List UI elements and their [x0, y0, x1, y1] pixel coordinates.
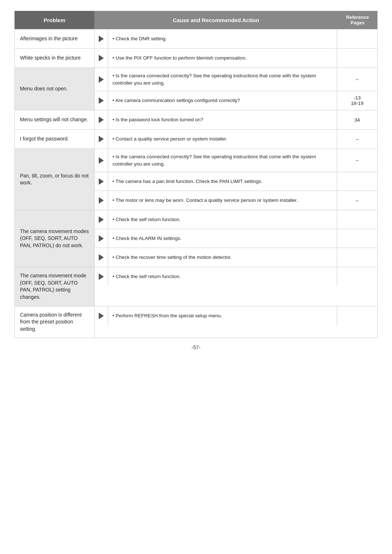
cause-group: • Perform REFRESH from the special setup… — [95, 306, 377, 338]
cause-cell: • Is the camera connected correctly? See… — [108, 68, 337, 91]
ref-header: Reference Pages — [338, 11, 377, 29]
problem-cell: Pan, tilt, zoom, or focus do not work. — [15, 149, 95, 210]
cause-cell: • Is the camera connected correctly? See… — [108, 149, 337, 172]
cause-row: • Perform REFRESH from the special setup… — [95, 306, 377, 325]
ref-cell: – — [337, 149, 377, 172]
problem-cell: Menu settings will not change. — [15, 110, 95, 129]
arrow-icon — [95, 149, 108, 172]
problem-cell: White specks in the picture — [15, 49, 95, 68]
cause-cell: • Check the recover time setting of the … — [108, 248, 337, 267]
cause-cell: • Check the self return function. — [108, 267, 337, 286]
ref-cell: – — [337, 130, 377, 148]
cause-cell: • Perform REFRESH from the special setup… — [108, 306, 337, 325]
table-row: Menu settings will not change.• Is the p… — [15, 110, 377, 129]
cause-header: Cause and Recommended Action — [94, 11, 338, 29]
ref-cell — [337, 29, 377, 48]
ref-cell — [337, 267, 377, 286]
ref-cell — [337, 49, 377, 68]
cause-row: • The motor or lens may be worn. Contact… — [95, 191, 377, 210]
ref-cell — [337, 248, 377, 267]
cause-row: • Check the DNR setting. — [95, 29, 377, 48]
cause-group: • Check the DNR setting. — [95, 29, 377, 48]
cause-group: • Is the camera connected correctly? See… — [95, 68, 377, 110]
table-body: Afterimages in the picture• Check the DN… — [15, 29, 377, 338]
table-row: The camera movement mode (OFF, SEQ, SORT… — [15, 267, 377, 306]
arrow-icon — [95, 267, 108, 286]
cause-cell: • Contact a quality service person or sy… — [108, 130, 337, 148]
cause-group: • Check the self return function.• Check… — [95, 210, 377, 267]
arrow-icon — [95, 110, 108, 129]
table-row: I forgot the password.• Contact a qualit… — [15, 129, 377, 148]
cause-cell: • The motor or lens may be worn. Contact… — [108, 191, 337, 210]
ref-cell: – — [337, 191, 377, 210]
table-row: The camera movement modes (OFF, SEQ, SOR… — [15, 210, 377, 267]
problem-cell: The camera movement mode (OFF, SEQ, SORT… — [15, 267, 95, 306]
ref-cell: – — [337, 68, 377, 91]
cause-row: • Are camera communication settings conf… — [95, 91, 377, 110]
page-wrapper: Problem Cause and Recommended Action Ref… — [15, 11, 377, 350]
cause-group: • Contact a quality service person or sy… — [95, 130, 377, 148]
cause-cell: • The camera has a pan limit function. C… — [108, 172, 337, 191]
cause-cell: • Are camera communication settings conf… — [108, 91, 337, 110]
cause-cell: • Use the PIX OFF function to perform bl… — [108, 49, 337, 68]
problem-cell: I forgot the password. — [15, 130, 95, 148]
ref-cell: -13 18-19 — [337, 91, 377, 110]
arrow-icon — [95, 130, 108, 148]
problem-cell: Afterimages in the picture — [15, 29, 95, 48]
cause-row: • Check the self return function. — [95, 210, 377, 229]
table-row: Pan, tilt, zoom, or focus do not work.• … — [15, 148, 377, 210]
table-row: Menu does not open.• Is the camera conne… — [15, 68, 377, 110]
cause-row: • Is the camera connected correctly? See… — [95, 149, 377, 172]
cause-row: • Check the ALARM IN settings. — [95, 229, 377, 248]
arrow-icon — [95, 191, 108, 210]
arrow-icon — [95, 210, 108, 229]
cause-group: • Is the camera connected correctly? See… — [95, 149, 377, 210]
table-row: White specks in the picture• Use the PIX… — [15, 48, 377, 68]
arrow-icon — [95, 29, 108, 48]
problem-cell: The camera movement modes (OFF, SEQ, SOR… — [15, 210, 95, 267]
cause-group: • Use the PIX OFF function to perform bl… — [95, 49, 377, 68]
cause-row: • Is the password lock function turned o… — [95, 110, 377, 129]
problem-header: Problem — [15, 11, 94, 29]
cause-row: • Use the PIX OFF function to perform bl… — [95, 49, 377, 68]
cause-row: • Contact a quality service person or sy… — [95, 130, 377, 148]
cause-cell: • Check the DNR setting. — [108, 29, 337, 48]
arrow-icon — [95, 306, 108, 325]
cause-cell: • Check the self return function. — [108, 210, 337, 229]
ref-cell — [337, 306, 377, 325]
arrow-icon — [95, 229, 108, 248]
ref-cell: 34 — [337, 110, 377, 129]
cause-cell: • Is the password lock function turned o… — [108, 110, 337, 129]
cause-row: • The camera has a pan limit function. C… — [95, 172, 377, 191]
cause-group: • Check the self return function. — [95, 267, 377, 306]
page-number: -57- — [15, 345, 377, 350]
arrow-icon — [95, 248, 108, 267]
cause-cell: • Check the ALARM IN settings. — [108, 229, 337, 248]
table-row: Afterimages in the picture• Check the DN… — [15, 29, 377, 48]
table-header: Problem Cause and Recommended Action Ref… — [15, 11, 377, 29]
ref-cell — [337, 210, 377, 229]
ref-cell — [337, 172, 377, 191]
arrow-icon — [95, 172, 108, 191]
arrow-icon — [95, 49, 108, 68]
arrow-icon — [95, 91, 108, 110]
problem-cell: Menu does not open. — [15, 68, 95, 110]
cause-row: • Is the camera connected correctly? See… — [95, 68, 377, 91]
arrow-icon — [95, 68, 108, 91]
cause-row: • Check the recover time setting of the … — [95, 248, 377, 267]
ref-cell — [337, 229, 377, 248]
problem-cell: Camera position is different from the pr… — [15, 306, 95, 338]
cause-row: • Check the self return function. — [95, 267, 377, 286]
cause-group: • Is the password lock function turned o… — [95, 110, 377, 129]
table-row: Camera position is different from the pr… — [15, 306, 377, 338]
